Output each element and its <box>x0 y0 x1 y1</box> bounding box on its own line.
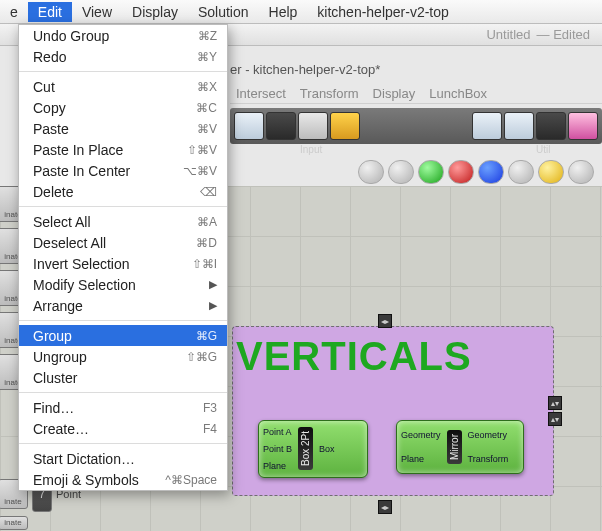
port-geometry-out[interactable]: Geometry <box>468 430 509 440</box>
list-item[interactable]: inate <box>0 516 28 530</box>
toolbar-caption-input: Input <box>300 144 322 155</box>
component-box2pt[interactable]: Point A Point B Plane Box 2Pt Box <box>258 420 368 478</box>
menu-find[interactable]: Find…F3 <box>19 397 227 418</box>
menu-start-dictation[interactable]: Start Dictation… <box>19 448 227 469</box>
port-transform-out[interactable]: Transform <box>468 454 509 464</box>
menu-invert-selection[interactable]: Invert Selection⇧⌘I <box>19 253 227 274</box>
tool-util-icon[interactable] <box>536 112 566 140</box>
pill-grey-icon[interactable] <box>508 160 534 184</box>
menu-solution[interactable]: Solution <box>188 2 259 22</box>
port-point-b[interactable]: Point B <box>263 444 292 454</box>
doc-status: — Edited <box>537 27 591 42</box>
component-mirror[interactable]: Geometry Plane Mirror Geometry Transform <box>396 420 524 474</box>
menu-deselect-all[interactable]: Deselect All⌘D <box>19 232 227 253</box>
tool-stream-icon[interactable] <box>330 112 360 140</box>
menu-help[interactable]: Help <box>259 2 308 22</box>
menu-paste[interactable]: Paste⌘V <box>19 118 227 139</box>
menu-emoji-symbols[interactable]: Emoji & Symbols^⌘Space <box>19 469 227 490</box>
menubar: e Edit View Display Solution Help kitche… <box>0 0 602 24</box>
tool-panel-icon[interactable] <box>234 112 264 140</box>
pill-disabled-icon[interactable] <box>568 160 594 184</box>
mirror-core: Mirror <box>447 430 462 464</box>
box2pt-outputs: Box <box>315 421 339 477</box>
port-plane[interactable]: Plane <box>263 461 292 471</box>
tab-intersect[interactable]: Intersect <box>236 86 286 101</box>
menu-undo-group[interactable]: Undo Group⌘Z <box>19 25 227 46</box>
menu-redo[interactable]: Redo⌘Y <box>19 46 227 67</box>
pill-blue-icon[interactable] <box>478 160 504 184</box>
tool-black-icon[interactable] <box>266 112 296 140</box>
handle-right-1[interactable]: ▴▾ <box>548 396 562 410</box>
menu-app-name[interactable]: kitchen-helper-v2-top <box>307 2 459 22</box>
group-label: VERTICALS <box>236 334 472 379</box>
box2pt-core: Box 2Pt <box>298 427 313 470</box>
pill-yellow-icon[interactable] <box>538 160 564 184</box>
tool-box-icon[interactable] <box>298 112 328 140</box>
tool-tree-icon[interactable] <box>504 112 534 140</box>
view-pill-row <box>358 158 594 186</box>
menu-paste-in-place[interactable]: Paste In Place⇧⌘V <box>19 139 227 160</box>
gh-toolbar <box>230 108 602 144</box>
tool-flask-icon[interactable] <box>568 112 598 140</box>
port-plane-in[interactable]: Plane <box>401 454 441 464</box>
port-box-out[interactable]: Box <box>319 444 335 454</box>
pill-sketch-icon[interactable] <box>358 160 384 184</box>
menu-create[interactable]: Create…F4 <box>19 418 227 439</box>
chevron-right-icon: ▶ <box>209 299 217 312</box>
port-point-a[interactable]: Point A <box>263 427 292 437</box>
pill-red-icon[interactable] <box>448 160 474 184</box>
handle-right-2[interactable]: ▴▾ <box>548 412 562 426</box>
tab-display[interactable]: Display <box>373 86 416 101</box>
port-geometry-in[interactable]: Geometry <box>401 430 441 440</box>
menu-copy[interactable]: Copy⌘C <box>19 97 227 118</box>
menu-cut[interactable]: Cut⌘X <box>19 76 227 97</box>
menu-apple[interactable]: e <box>0 2 28 22</box>
doc-title: Untitled <box>486 27 530 42</box>
pill-green-icon[interactable] <box>418 160 444 184</box>
menu-group[interactable]: Group⌘G <box>19 325 227 346</box>
handle-top[interactable]: ◂▸ <box>378 314 392 328</box>
menu-ungroup[interactable]: Ungroup⇧⌘G <box>19 346 227 367</box>
menu-display[interactable]: Display <box>122 2 188 22</box>
tab-transform[interactable]: Transform <box>300 86 359 101</box>
menu-edit[interactable]: Edit <box>28 2 72 22</box>
box2pt-inputs: Point A Point B Plane <box>259 421 296 477</box>
menu-view[interactable]: View <box>72 2 122 22</box>
tool-cherry-icon[interactable] <box>472 112 502 140</box>
menu-select-all[interactable]: Select All⌘A <box>19 211 227 232</box>
mirror-inputs: Geometry Plane <box>397 421 445 473</box>
gh-tab-row: Intersect Transform Display LunchBox <box>230 84 602 104</box>
menu-paste-in-center[interactable]: Paste In Center⌥⌘V <box>19 160 227 181</box>
menu-arrange[interactable]: Arrange▶ <box>19 295 227 316</box>
pill-wire-icon[interactable] <box>388 160 414 184</box>
tab-lunchbox[interactable]: LunchBox <box>429 86 487 101</box>
menu-modify-selection[interactable]: Modify Selection▶ <box>19 274 227 295</box>
menu-cluster[interactable]: Cluster <box>19 367 227 388</box>
mirror-outputs: Geometry Transform <box>464 421 513 473</box>
chevron-right-icon: ▶ <box>209 278 217 291</box>
toolbar-caption-util: Util <box>536 144 550 155</box>
edit-dropdown: Undo Group⌘Z Redo⌘Y Cut⌘X Copy⌘C Paste⌘V… <box>18 24 228 491</box>
handle-bottom[interactable]: ◂▸ <box>378 500 392 514</box>
gh-window-title: er - kitchen-helper-v2-top* <box>230 62 380 77</box>
menu-delete[interactable]: Delete⌫ <box>19 181 227 202</box>
